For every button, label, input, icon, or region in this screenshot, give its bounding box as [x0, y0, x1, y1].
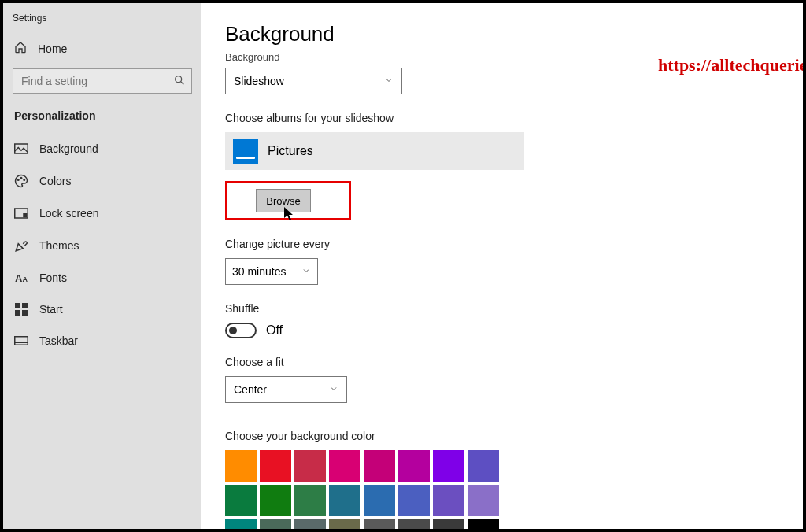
nav-label: Start [39, 303, 63, 316]
svg-rect-7 [24, 214, 27, 217]
chevron-down-icon [301, 265, 311, 278]
svg-rect-10 [15, 310, 20, 316]
nav-label: Taskbar [39, 334, 78, 347]
nav-start[interactable]: Start [3, 294, 202, 325]
nav-colors[interactable]: Colors [3, 164, 202, 198]
color-swatch[interactable] [398, 485, 430, 516]
taskbar-icon [14, 336, 28, 345]
nav-label: Background [39, 142, 98, 155]
color-swatch[interactable] [225, 519, 257, 529]
palette-icon [14, 174, 28, 188]
home-nav[interactable]: Home [3, 33, 202, 64]
svg-rect-11 [22, 310, 28, 316]
shuffle-value: Off [266, 323, 283, 338]
chevron-down-icon [384, 75, 394, 87]
page-title: Background [225, 22, 779, 46]
nav-themes[interactable]: Themes [3, 229, 202, 262]
settings-window: Settings Home Personalization Background [0, 0, 806, 532]
section-title: Personalization [3, 105, 202, 133]
color-swatch[interactable] [329, 519, 360, 529]
svg-rect-9 [22, 303, 28, 308]
svg-point-5 [24, 179, 25, 181]
color-swatch[interactable] [468, 519, 499, 529]
color-swatch[interactable] [468, 450, 499, 482]
svg-line-1 [181, 82, 184, 85]
color-swatch[interactable] [294, 450, 326, 482]
color-swatch[interactable] [433, 485, 464, 516]
start-icon [14, 303, 28, 316]
nav-label: Colors [39, 175, 71, 187]
app-title: Settings [3, 9, 202, 33]
nav-taskbar[interactable]: Taskbar [3, 325, 202, 357]
search-input[interactable] [13, 68, 192, 94]
chevron-down-icon [329, 383, 338, 396]
fit-value: Center [234, 383, 267, 396]
color-swatch[interactable] [294, 485, 326, 516]
home-icon [14, 41, 27, 56]
color-swatch[interactable] [225, 485, 257, 516]
svg-point-4 [20, 178, 22, 179]
albums-label: Choose albums for your slideshow [225, 112, 779, 124]
themes-icon [14, 238, 28, 253]
color-swatch[interactable] [398, 519, 430, 529]
color-swatch[interactable] [294, 519, 326, 529]
picture-icon [14, 143, 28, 154]
fit-label: Choose a fit [225, 356, 779, 368]
background-value: Slideshow [234, 75, 284, 87]
nav-fonts[interactable]: AA Fonts [3, 262, 202, 294]
search-icon [173, 74, 186, 90]
nav-label: Lock screen [39, 207, 98, 220]
shuffle-toggle[interactable] [225, 323, 257, 338]
color-swatch[interactable] [364, 519, 395, 529]
change-picture-value: 30 minutes [232, 265, 286, 278]
sidebar: Settings Home Personalization Background [3, 3, 202, 529]
shuffle-label: Shuffle [225, 302, 779, 315]
color-swatch[interactable] [364, 450, 395, 482]
svg-rect-12 [15, 337, 28, 345]
color-swatch[interactable] [260, 485, 291, 516]
color-swatch[interactable] [468, 485, 499, 516]
color-swatch[interactable] [433, 519, 464, 529]
album-name: Pictures [268, 144, 313, 158]
color-swatch[interactable] [329, 485, 360, 516]
svg-point-0 [176, 76, 182, 83]
nav-label: Themes [39, 239, 79, 252]
color-swatch[interactable] [329, 450, 360, 482]
background-select[interactable]: Slideshow [225, 68, 402, 94]
change-picture-label: Change picture every [225, 238, 779, 250]
lockscreen-icon [14, 208, 28, 219]
color-swatch[interactable] [260, 450, 291, 482]
svg-rect-8 [15, 303, 20, 308]
change-picture-select[interactable]: 30 minutes [225, 258, 318, 285]
bgcolor-label: Choose your background color [225, 430, 779, 442]
nav-label: Fonts [39, 272, 67, 284]
svg-point-3 [18, 179, 20, 181]
nav-lockscreen[interactable]: Lock screen [3, 198, 202, 229]
watermark-url: https://alltechqueries.com/ [658, 55, 803, 76]
album-item[interactable]: Pictures [225, 132, 524, 170]
color-swatch[interactable] [260, 519, 291, 529]
color-swatch[interactable] [398, 450, 430, 482]
browse-highlight-box: Browse [225, 181, 351, 220]
color-swatch[interactable] [433, 450, 464, 482]
fonts-icon: AA [14, 272, 28, 284]
cursor-icon [284, 207, 295, 224]
search-container [13, 68, 192, 94]
main-content: Background https://alltechqueries.com/ B… [202, 3, 803, 529]
folder-icon [233, 139, 258, 164]
color-swatch[interactable] [364, 485, 395, 516]
browse-button[interactable]: Browse [256, 189, 311, 212]
color-swatch[interactable] [225, 450, 257, 482]
browse-label: Browse [266, 195, 300, 207]
color-grid [225, 450, 779, 529]
shuffle-toggle-row: Off [225, 323, 779, 338]
fit-select[interactable]: Center [225, 376, 347, 403]
home-label: Home [38, 42, 67, 55]
nav-background[interactable]: Background [3, 133, 202, 164]
